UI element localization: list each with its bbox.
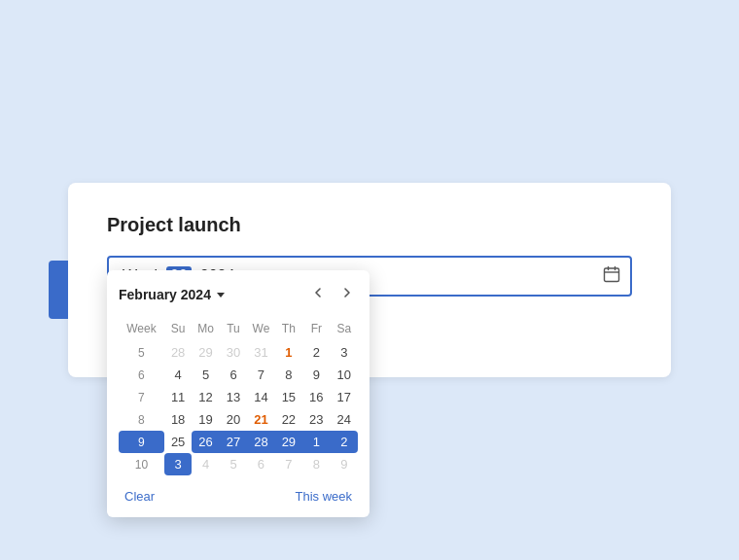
table-row: 818192021222324 bbox=[119, 408, 358, 431]
day-cell[interactable]: 20 bbox=[220, 408, 247, 431]
day-cell[interactable]: 2 bbox=[331, 431, 358, 453]
day-cell[interactable]: 7 bbox=[247, 364, 274, 386]
day-cell[interactable]: 30 bbox=[220, 341, 247, 364]
table-row: 645678910 bbox=[119, 364, 358, 386]
table-row: 528293031123 bbox=[119, 341, 358, 364]
day-cell[interactable]: 1 bbox=[275, 341, 302, 364]
day-cell[interactable]: 3 bbox=[331, 341, 358, 364]
day-cell[interactable]: 31 bbox=[247, 341, 274, 364]
calendar-footer: Clear This week bbox=[119, 487, 358, 506]
day-cell[interactable]: 2 bbox=[302, 341, 330, 364]
col-header-th: Th bbox=[275, 319, 302, 341]
day-cell[interactable]: 29 bbox=[275, 431, 302, 453]
day-cell[interactable]: 14 bbox=[247, 386, 274, 408]
day-cell[interactable]: 13 bbox=[220, 386, 247, 408]
day-cell[interactable]: 19 bbox=[192, 408, 219, 431]
prev-month-button[interactable] bbox=[307, 284, 329, 305]
week-number-cell[interactable]: 9 bbox=[119, 431, 164, 453]
day-cell[interactable]: 22 bbox=[275, 408, 302, 431]
day-cell[interactable]: 9 bbox=[331, 453, 358, 475]
col-header-tu: Tu bbox=[220, 319, 247, 341]
month-label[interactable]: February 2024 bbox=[119, 287, 225, 302]
col-header-we: We bbox=[247, 319, 274, 341]
day-cell[interactable]: 25 bbox=[164, 431, 192, 453]
main-card: Project launch Week 09, 2024 February 20… bbox=[68, 183, 671, 377]
day-cell[interactable]: 11 bbox=[164, 386, 192, 408]
table-row: 103456789 bbox=[119, 453, 358, 475]
col-header-sa: Sa bbox=[331, 319, 358, 341]
col-header-week: Week bbox=[119, 319, 164, 341]
day-cell[interactable]: 5 bbox=[192, 364, 219, 386]
day-cell[interactable]: 4 bbox=[164, 364, 192, 386]
day-cell[interactable]: 24 bbox=[331, 408, 358, 431]
day-cell[interactable]: 1 bbox=[302, 431, 330, 453]
week-number-cell[interactable]: 8 bbox=[119, 408, 164, 431]
day-cell[interactable]: 10 bbox=[331, 364, 358, 386]
day-cell[interactable]: 12 bbox=[192, 386, 219, 408]
col-header-su: Su bbox=[164, 319, 192, 341]
day-cell[interactable]: 15 bbox=[275, 386, 302, 408]
clear-button[interactable]: Clear bbox=[121, 487, 158, 506]
day-cell[interactable]: 3 bbox=[164, 453, 192, 475]
calendar-popup: February 2024 Week Su Mo Tu We bbox=[107, 270, 370, 517]
day-cell[interactable]: 6 bbox=[247, 453, 274, 475]
table-row: 9252627282912 bbox=[119, 431, 358, 453]
chevron-down-icon bbox=[217, 293, 225, 298]
day-cell[interactable]: 16 bbox=[302, 386, 330, 408]
col-header-fr: Fr bbox=[302, 319, 330, 341]
day-cell[interactable]: 28 bbox=[164, 341, 192, 364]
calendar-header: February 2024 bbox=[119, 284, 358, 305]
day-cell[interactable]: 21 bbox=[247, 408, 274, 431]
day-cell[interactable]: 28 bbox=[247, 431, 274, 453]
day-cell[interactable]: 8 bbox=[275, 364, 302, 386]
day-cell[interactable]: 9 bbox=[302, 364, 330, 386]
day-cell[interactable]: 26 bbox=[192, 431, 219, 453]
this-week-button[interactable]: This week bbox=[291, 487, 356, 506]
week-number-cell[interactable]: 6 bbox=[119, 364, 164, 386]
day-cell[interactable]: 5 bbox=[220, 453, 247, 475]
next-month-button[interactable] bbox=[336, 284, 358, 305]
day-cell[interactable]: 4 bbox=[192, 453, 219, 475]
day-cell[interactable]: 6 bbox=[220, 364, 247, 386]
sidebar-tab[interactable] bbox=[49, 261, 68, 319]
week-number-cell[interactable]: 10 bbox=[119, 453, 164, 475]
day-cell[interactable]: 27 bbox=[220, 431, 247, 453]
day-cell[interactable]: 8 bbox=[302, 453, 330, 475]
calendar-grid: Week Su Mo Tu We Th Fr Sa 52829303112364… bbox=[119, 319, 358, 475]
day-cell[interactable]: 23 bbox=[302, 408, 330, 431]
day-cell[interactable]: 29 bbox=[192, 341, 219, 364]
day-cell[interactable]: 17 bbox=[331, 386, 358, 408]
table-row: 711121314151617 bbox=[119, 386, 358, 408]
col-header-mo: Mo bbox=[192, 319, 219, 341]
week-number-cell[interactable]: 7 bbox=[119, 386, 164, 408]
calendar-nav bbox=[307, 284, 358, 305]
day-cell[interactable]: 7 bbox=[275, 453, 302, 475]
day-cell[interactable]: 18 bbox=[164, 408, 192, 431]
page-title: Project launch bbox=[107, 214, 632, 236]
week-number-cell[interactable]: 5 bbox=[119, 341, 164, 364]
